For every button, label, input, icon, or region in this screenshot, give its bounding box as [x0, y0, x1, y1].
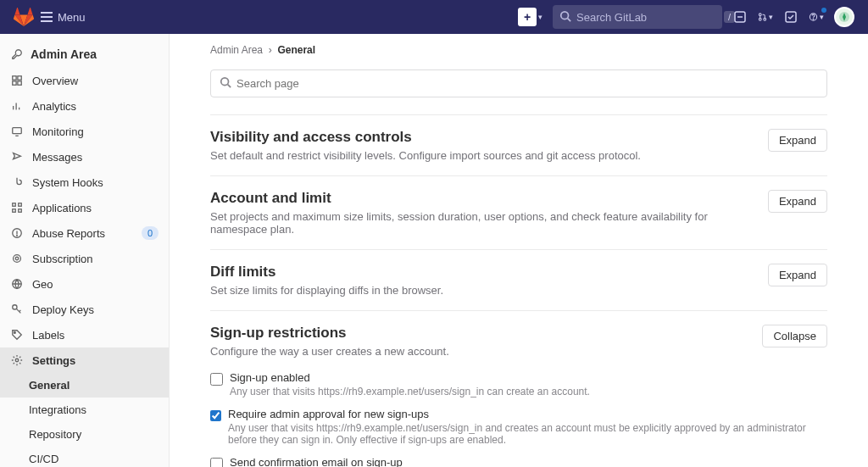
- sidebar-item-subscription[interactable]: Subscription: [0, 246, 169, 271]
- sidebar-item-messages[interactable]: Messages: [0, 144, 169, 170]
- section-desc: Set size limits for displaying diffs in …: [210, 284, 758, 297]
- breadcrumb-root[interactable]: Admin Area: [210, 44, 263, 56]
- issues-icon[interactable]: [732, 9, 748, 25]
- svg-line-34: [228, 85, 231, 88]
- breadcrumb-current: General: [277, 44, 315, 56]
- sidebar-sub-repository[interactable]: Repository: [0, 422, 169, 447]
- chevron-down-icon: ▾: [820, 13, 824, 21]
- sidebar-item-analytics[interactable]: Analytics: [0, 93, 169, 119]
- help-icon[interactable]: ▾: [809, 9, 824, 25]
- geo-icon: [10, 277, 24, 291]
- collapse-button[interactable]: Collapse: [762, 325, 827, 347]
- svg-point-4: [759, 14, 761, 16]
- gitlab-logo-icon[interactable]: [14, 7, 34, 27]
- svg-rect-20: [13, 203, 16, 207]
- checkbox-label: Require admin approval for new sign-ups: [228, 408, 827, 420]
- plus-icon: +: [518, 8, 537, 26]
- svg-line-1: [568, 18, 571, 21]
- breadcrumb: Admin Area › General: [210, 44, 827, 56]
- sidebar: Admin Area Overview Analytics Monitoring…: [0, 34, 170, 467]
- signup-enabled-checkbox[interactable]: [210, 373, 223, 386]
- expand-button[interactable]: Expand: [768, 264, 827, 286]
- sidebar-item-settings[interactable]: Settings: [0, 347, 169, 373]
- user-avatar[interactable]: [834, 7, 854, 27]
- svg-point-9: [813, 19, 814, 19]
- chevron-down-icon: ▾: [538, 13, 542, 21]
- checkbox-help: Any user that visits https://rh9.example…: [230, 386, 590, 398]
- svg-rect-11: [13, 76, 16, 80]
- require-admin-approval-row: Require admin approval for new sign-ups …: [210, 408, 827, 446]
- send-confirmation-row: Send confirmation email on sign-up: [210, 456, 827, 467]
- sidebar-item-abuse-reports[interactable]: Abuse Reports0: [0, 220, 169, 246]
- section-desc: Configure the way a user creates a new a…: [210, 345, 752, 358]
- section-diff-limits: Diff limits Set size limits for displayi…: [210, 249, 827, 310]
- svg-point-26: [17, 235, 18, 236]
- menu-label: Menu: [58, 11, 86, 24]
- svg-point-0: [561, 11, 569, 19]
- search-input[interactable]: [576, 11, 719, 24]
- hook-icon: [10, 175, 24, 189]
- svg-rect-22: [13, 209, 16, 213]
- section-desc: Set default and restrict visibility leve…: [210, 149, 758, 162]
- svg-point-27: [14, 255, 21, 263]
- abuse-count-badge: 0: [142, 226, 159, 240]
- svg-rect-21: [19, 203, 22, 207]
- svg-rect-12: [18, 76, 21, 80]
- sidebar-title: Admin Area: [0, 41, 169, 68]
- require-admin-approval-checkbox[interactable]: [210, 409, 221, 422]
- sidebar-sub-cicd[interactable]: CI/CD: [0, 447, 169, 467]
- sidebar-item-monitoring[interactable]: Monitoring: [0, 119, 169, 144]
- monitoring-icon: [10, 125, 24, 138]
- checkbox-label: Sign-up enabled: [230, 371, 590, 384]
- svg-rect-18: [13, 128, 22, 134]
- sidebar-item-applications[interactable]: Applications: [0, 195, 169, 220]
- sidebar-sub-general[interactable]: General: [0, 373, 169, 398]
- menu-button[interactable]: Menu: [41, 11, 86, 24]
- top-navbar: Menu + ▾ / ▾ ▾: [0, 0, 868, 34]
- section-desc: Set projects and maximum size limits, se…: [210, 210, 758, 236]
- messages-icon: [10, 150, 24, 164]
- signup-enabled-row: Sign-up enabled Any user that visits htt…: [210, 371, 827, 398]
- main-content: Admin Area › General Visibility and acce…: [170, 34, 868, 467]
- section-title: Visibility and access controls: [210, 129, 758, 146]
- section-title: Sign-up restrictions: [210, 325, 752, 342]
- create-new-dropdown[interactable]: + ▾: [518, 8, 542, 26]
- sidebar-item-overview[interactable]: Overview: [0, 68, 169, 93]
- subscription-icon: [10, 252, 24, 265]
- section-account-limit: Account and limit Set projects and maxim…: [210, 175, 827, 249]
- svg-point-5: [759, 18, 761, 20]
- svg-point-28: [15, 257, 19, 260]
- svg-rect-13: [13, 81, 16, 85]
- abuse-icon: [10, 226, 24, 240]
- svg-point-6: [764, 18, 766, 20]
- checkbox-help: Any user that visits https://rh9.example…: [228, 422, 827, 446]
- search-icon: [559, 10, 571, 25]
- global-search[interactable]: /: [553, 5, 722, 29]
- overview-icon: [10, 74, 24, 87]
- checkbox-label: Send confirmation email on sign-up: [230, 456, 403, 467]
- gear-icon: [10, 353, 24, 367]
- svg-point-31: [14, 332, 16, 334]
- analytics-icon: [10, 99, 24, 113]
- search-icon: [220, 76, 231, 91]
- section-visibility: Visibility and access controls Set defau…: [210, 114, 827, 175]
- section-title: Account and limit: [210, 190, 758, 207]
- hamburger-icon: [41, 12, 53, 22]
- section-title: Diff limits: [210, 264, 758, 281]
- sidebar-item-labels[interactable]: Labels: [0, 322, 169, 347]
- expand-button[interactable]: Expand: [768, 190, 827, 213]
- sidebar-sub-integrations[interactable]: Integrations: [0, 398, 169, 422]
- svg-rect-14: [18, 81, 21, 85]
- sidebar-item-deploy-keys[interactable]: Deploy Keys: [0, 297, 169, 322]
- admin-wrench-icon: [10, 47, 24, 61]
- merge-requests-icon[interactable]: ▾: [758, 9, 773, 25]
- todos-icon[interactable]: [783, 9, 798, 25]
- send-confirmation-checkbox[interactable]: [210, 458, 223, 467]
- sidebar-item-system-hooks[interactable]: System Hooks: [0, 170, 169, 195]
- labels-icon: [10, 328, 24, 342]
- page-search-container[interactable]: [210, 69, 827, 97]
- sidebar-item-geo[interactable]: Geo: [0, 271, 169, 297]
- expand-button[interactable]: Expand: [768, 129, 827, 152]
- notification-dot: [821, 8, 826, 13]
- page-search-input[interactable]: [236, 77, 818, 90]
